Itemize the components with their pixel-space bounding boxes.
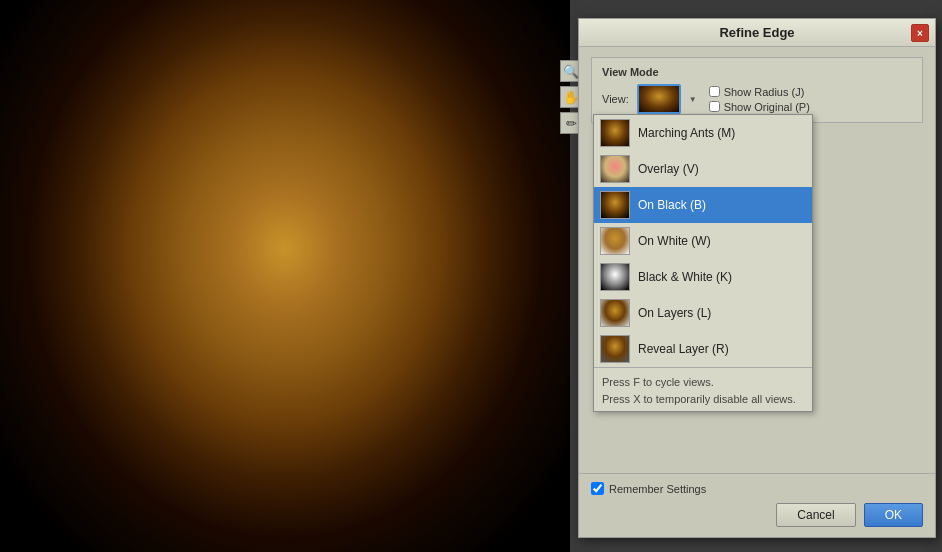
dialog-title: Refine Edge	[719, 25, 794, 40]
dialog-titlebar: Refine Edge ×	[579, 19, 935, 47]
thumb-on-white	[600, 227, 630, 255]
show-original-checkbox[interactable]	[709, 101, 720, 112]
show-radius-label: Show Radius (J)	[724, 86, 805, 98]
close-button[interactable]: ×	[911, 24, 929, 42]
thumb-on-layers	[600, 299, 630, 327]
thumb-overlay	[600, 155, 630, 183]
item-label-black-white: Black & White (K)	[638, 270, 732, 284]
show-original-row: Show Original (P)	[709, 101, 810, 113]
thumb-marching-ants	[600, 119, 630, 147]
view-mode-dropdown[interactable]: Marching Ants (M) Overlay (V) On Black (…	[593, 114, 813, 412]
photo-area	[0, 0, 570, 552]
item-label-on-black: On Black (B)	[638, 198, 706, 212]
item-label-on-layers: On Layers (L)	[638, 306, 711, 320]
view-thumbnail	[639, 86, 679, 112]
thumb-black-white	[600, 263, 630, 291]
dropdown-item-on-white[interactable]: On White (W)	[594, 223, 812, 259]
hint-line-1: Press F to cycle views.	[602, 374, 804, 391]
thumb-reveal-layer	[600, 335, 630, 363]
dropdown-arrow-icon: ▼	[689, 95, 697, 104]
view-row: View: ▼ Show Radius (J) Show Original (P…	[602, 84, 912, 114]
view-label: View:	[602, 93, 629, 105]
dropdown-item-black-white[interactable]: Black & White (K)	[594, 259, 812, 295]
remember-settings-checkbox[interactable]	[591, 482, 604, 495]
dropdown-item-marching-ants[interactable]: Marching Ants (M)	[594, 115, 812, 151]
dialog-buttons: Cancel OK	[591, 503, 923, 527]
item-label-on-white: On White (W)	[638, 234, 711, 248]
ok-button[interactable]: OK	[864, 503, 923, 527]
remember-settings-label: Remember Settings	[609, 483, 706, 495]
item-label-reveal-layer: Reveal Layer (R)	[638, 342, 729, 356]
hint-line-2: Press X to temporarily disable all views…	[602, 391, 804, 408]
cancel-button[interactable]: Cancel	[776, 503, 855, 527]
dropdown-item-on-layers[interactable]: On Layers (L)	[594, 295, 812, 331]
view-checkboxes: Show Radius (J) Show Original (P)	[709, 86, 810, 113]
item-label-overlay: Overlay (V)	[638, 162, 699, 176]
dropdown-item-on-black[interactable]: On Black (B)	[594, 187, 812, 223]
show-original-label: Show Original (P)	[724, 101, 810, 113]
dialog-bottom: Remember Settings Cancel OK	[579, 473, 935, 537]
dropdown-item-reveal-layer[interactable]: Reveal Layer (R)	[594, 331, 812, 367]
dialog-body: View Mode View: ▼ Show Radius (J) Show O…	[579, 47, 935, 141]
dropdown-hint: Press F to cycle views. Press X to tempo…	[594, 367, 812, 411]
show-radius-row: Show Radius (J)	[709, 86, 810, 98]
lion-image	[0, 0, 570, 552]
view-thumbnail-dropdown[interactable]	[637, 84, 681, 114]
item-label-marching-ants: Marching Ants (M)	[638, 126, 735, 140]
dropdown-item-overlay[interactable]: Overlay (V)	[594, 151, 812, 187]
thumb-on-black	[600, 191, 630, 219]
view-mode-label: View Mode	[602, 66, 912, 78]
remember-settings-row: Remember Settings	[591, 482, 923, 495]
refine-edge-dialog: Refine Edge × View Mode View: ▼ Show Rad…	[578, 18, 936, 538]
show-radius-checkbox[interactable]	[709, 86, 720, 97]
